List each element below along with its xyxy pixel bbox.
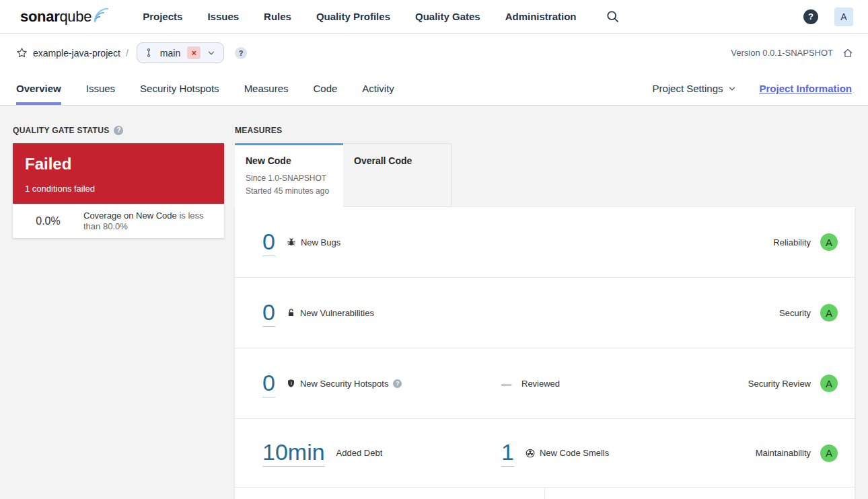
security-review-rating-badge: A xyxy=(820,375,838,392)
measures-heading: MEASURES xyxy=(235,125,855,135)
quality-gate-heading: QUALITY GATE STATUS ? xyxy=(13,125,224,135)
quality-gate-status-banner: Failed 1 conditions failed xyxy=(13,143,224,204)
duplications-cell-partial xyxy=(545,488,855,499)
project-settings-menu[interactable]: Project Settings xyxy=(652,83,736,94)
tab-overall-code[interactable]: Overall Code xyxy=(343,143,451,207)
tab-activity[interactable]: Activity xyxy=(362,72,394,105)
condition-value: 0.0% xyxy=(13,215,83,227)
logo-text-rest: qube xyxy=(59,8,92,25)
new-code-started: Started 45 minutes ago xyxy=(246,185,332,198)
security-review-rating: Security Review A xyxy=(748,375,838,392)
tab-new-code[interactable]: New Code Since 1.0-SNAPSHOT Started 45 m… xyxy=(235,143,343,207)
new-security-hotspots-count-link[interactable]: 0 xyxy=(262,370,275,397)
branch-help-icon[interactable]: ? xyxy=(235,47,247,59)
search-icon[interactable] xyxy=(606,10,619,23)
tab-overview[interactable]: Overview xyxy=(16,72,61,105)
logo-waves-icon xyxy=(93,6,109,24)
security-hotspots-help-icon[interactable]: ? xyxy=(393,379,402,388)
sonarqube-logo[interactable]: sonarqube xyxy=(20,8,109,26)
new-vulnerabilities-count-link[interactable]: 0 xyxy=(262,299,275,327)
branch-name: main xyxy=(160,48,180,59)
nav-item-rules[interactable]: Rules xyxy=(264,11,291,22)
tab-code[interactable]: Code xyxy=(313,72,337,105)
breadcrumb-separator: / xyxy=(126,48,129,59)
reliability-rating-badge: A xyxy=(820,233,838,251)
overview-content: QUALITY GATE STATUS ? Failed 1 condition… xyxy=(0,106,868,499)
new-code-smells-label: New Code Smells xyxy=(540,448,609,458)
nav-item-quality-gates[interactable]: Quality Gates xyxy=(415,11,480,22)
reviewed-dash: — xyxy=(501,378,511,389)
home-icon[interactable] xyxy=(842,48,853,59)
added-debt-cell: 10min Added Debt xyxy=(262,439,501,467)
coverage-cell-partial xyxy=(235,488,545,499)
project-information-link[interactable]: Project Information xyxy=(759,83,852,94)
user-avatar[interactable]: A xyxy=(834,7,853,26)
quality-gate-title: QUALITY GATE STATUS xyxy=(13,126,109,135)
quality-gate-card: Failed 1 conditions failed 0.0% Coverage… xyxy=(13,143,224,238)
maintainability-label: Maintainability xyxy=(756,448,811,458)
hotspots-cell: 0 New Security Hotspots ? xyxy=(262,370,501,397)
branch-clear-icon[interactable]: × xyxy=(187,46,201,59)
nav-item-projects[interactable]: Projects xyxy=(143,11,182,22)
new-security-hotspots-label: New Security Hotspots xyxy=(300,379,389,389)
maintainability-rating-badge: A xyxy=(820,445,838,462)
top-navigation: sonarqube Projects Issues Rules Quality … xyxy=(0,0,868,34)
shield-icon xyxy=(287,379,295,388)
bugs-cell: 0 New Bugs xyxy=(262,229,501,256)
quality-gate-conditions-count: 1 conditions failed xyxy=(25,184,212,194)
chevron-down-icon xyxy=(728,85,736,93)
lock-open-icon xyxy=(287,308,295,317)
project-context-bar: example-java-project / main × ? Vers xyxy=(0,34,868,72)
logo-text: sonarqube xyxy=(20,8,92,26)
help-icon[interactable]: ? xyxy=(803,9,818,24)
condition-description: Coverage on New Code is less than 80.0% xyxy=(83,210,215,232)
nav-right-controls: ? A xyxy=(803,7,853,26)
version-label: Version 0.0.1-SNAPSHOT xyxy=(731,48,833,58)
nav-item-administration[interactable]: Administration xyxy=(505,11,577,22)
nav-item-quality-profiles[interactable]: Quality Profiles xyxy=(316,11,390,22)
new-code-tab-label: New Code xyxy=(246,155,332,166)
reviewed-label: Reviewed xyxy=(521,379,560,389)
reliability-label: Reliability xyxy=(773,237,811,247)
quality-gate-help-icon[interactable]: ? xyxy=(114,126,123,135)
breadcrumb: example-java-project / main × ? xyxy=(16,42,247,63)
context-bar-right: Version 0.0.1-SNAPSHOT xyxy=(731,48,853,59)
tab-bar-actions: Project Settings Project Information xyxy=(652,72,852,105)
nav-item-issues[interactable]: Issues xyxy=(207,11,239,22)
quality-gate-section: QUALITY GATE STATUS ? Failed 1 condition… xyxy=(13,125,224,499)
measure-row-partial xyxy=(235,488,855,499)
measures-card: 0 New Bugs xyxy=(235,207,855,499)
overall-code-tab-label: Overall Code xyxy=(354,155,440,166)
bug-icon xyxy=(287,237,296,247)
failed-condition-row[interactable]: 0.0% Coverage on New Code is less than 8… xyxy=(13,204,224,238)
project-tab-bar: Overview Issues Security Hotspots Measur… xyxy=(0,72,868,106)
tab-security-hotspots[interactable]: Security Hotspots xyxy=(140,72,219,105)
code-smell-icon xyxy=(526,449,535,458)
tab-issues[interactable]: Issues xyxy=(86,72,115,105)
new-bugs-label: New Bugs xyxy=(301,237,340,247)
security-rating-badge: A xyxy=(820,304,838,321)
branch-icon xyxy=(144,48,153,58)
added-debt-label: Added Debt xyxy=(336,448,383,458)
new-bugs-count-link[interactable]: 0 xyxy=(262,229,275,256)
sonarqube-app: sonarqube Projects Issues Rules Quality … xyxy=(0,0,868,499)
maintainability-rating: Maintainability A xyxy=(756,445,838,462)
vulnerabilities-cell: 0 New Vulnerabilities xyxy=(262,299,501,327)
quality-gate-status: Failed xyxy=(25,155,212,174)
tab-measures[interactable]: Measures xyxy=(244,72,289,105)
measures-section: MEASURES New Code Since 1.0-SNAPSHOT Sta… xyxy=(235,125,855,499)
measures-tabs: New Code Since 1.0-SNAPSHOT Started 45 m… xyxy=(235,143,855,207)
branch-selector[interactable]: main × xyxy=(137,42,224,63)
new-code-smells-count-link[interactable]: 1 xyxy=(501,439,514,467)
favorite-star-icon[interactable] xyxy=(16,47,28,59)
measure-row-security-hotspots: 0 New Security Hotspots ? — Reviewed xyxy=(235,348,855,419)
condition-metric: Coverage on New Code xyxy=(83,210,177,221)
security-review-label: Security Review xyxy=(748,379,811,389)
new-vulnerabilities-label: New Vulnerabilities xyxy=(300,308,374,318)
breadcrumb-project-name[interactable]: example-java-project xyxy=(33,48,120,59)
chevron-down-icon[interactable] xyxy=(207,49,215,57)
project-settings-label: Project Settings xyxy=(652,83,723,94)
added-debt-link[interactable]: 10min xyxy=(262,439,325,467)
main-menu: Projects Issues Rules Quality Profiles Q… xyxy=(143,11,576,22)
logo-text-bold: sonar xyxy=(20,8,59,25)
